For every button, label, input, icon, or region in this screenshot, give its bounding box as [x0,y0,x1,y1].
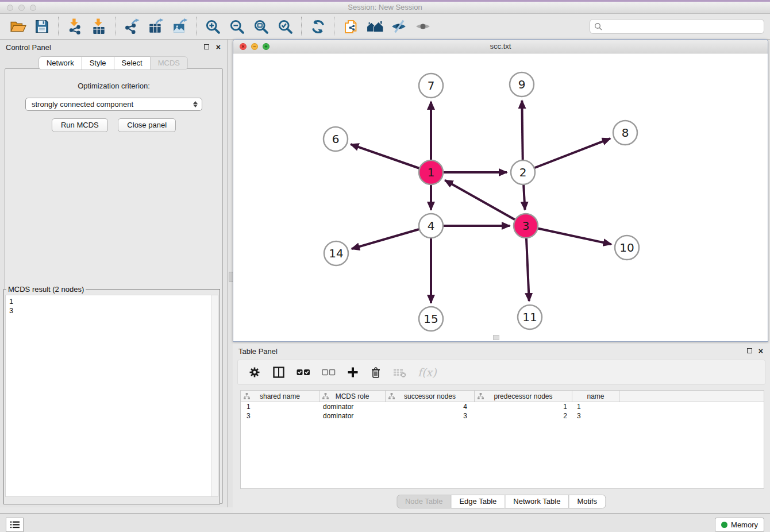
trash-icon [370,366,382,379]
tab-network[interactable]: Network [38,56,82,70]
add-column-button[interactable] [347,367,359,378]
window-close-button[interactable] [7,5,13,11]
run-mcds-button[interactable]: Run MCDS [52,118,108,132]
graph-node-2[interactable]: 2 [511,160,535,184]
close-panel-button[interactable]: Close panel [118,118,176,132]
table-cell[interactable]: 3 [241,411,319,421]
eye-icon [415,20,431,33]
network-window-titlebar[interactable]: × − + scc.txt [233,40,768,53]
close-panel-icon[interactable]: × [216,42,221,52]
graph-node-1[interactable]: 1 [419,160,443,184]
tab-mcds[interactable]: MCDS [150,56,188,70]
column-header-shared-name[interactable]: shared name [241,391,319,402]
graph-node-6[interactable]: 6 [324,127,348,151]
result-scrollbar[interactable] [211,295,218,496]
window-list-button[interactable] [6,518,24,532]
table-cell[interactable]: dominator [319,402,386,411]
network-scrollbar-handle[interactable] [493,335,499,340]
import-table-button[interactable] [87,16,111,37]
tab-node-table[interactable]: Node Table [396,495,452,508]
list-icon [10,521,20,529]
open-file-button[interactable] [6,16,30,37]
search-input[interactable] [605,22,760,32]
graph-edge-2-8[interactable] [523,138,610,172]
column-header-predecessor-nodes[interactable]: predecessor nodes [475,391,572,402]
close-table-panel-icon[interactable]: × [759,346,763,356]
graph-edge-3-1[interactable] [445,180,526,226]
control-panel-header: Control Panel × [0,40,227,55]
criterion-select[interactable]: strongly connected component [25,98,202,111]
tab-motifs[interactable]: Motifs [568,495,606,508]
column-header-mcds-role[interactable]: MCDS role [319,391,386,402]
table-cell[interactable]: 4 [386,402,475,411]
export-image-button[interactable] [168,16,192,37]
node-label: 6 [332,132,340,146]
mcds-result-line: 3 [9,306,218,315]
graph-node-8[interactable]: 8 [613,121,637,145]
attribute-tree-icon [244,393,250,399]
delete-table-icon [393,367,406,377]
select-stepper-icon [191,101,199,107]
zoom-selected-button[interactable] [273,16,297,37]
tab-style[interactable]: Style [82,56,114,70]
table-cell[interactable]: 3 [572,411,619,421]
graph-node-3[interactable]: 3 [514,214,538,238]
network-canvas[interactable]: 7968124314101511 [233,53,768,341]
network-close-button[interactable]: × [240,43,247,50]
table-cell[interactable]: 2 [475,411,572,421]
zoom-out-button[interactable] [225,16,249,37]
graph-node-4[interactable]: 4 [419,214,443,238]
home-layout-button[interactable] [363,16,387,37]
graph-node-7[interactable]: 7 [419,74,443,98]
float-panel-icon[interactable] [204,44,209,49]
window-minimize-button[interactable] [18,5,25,11]
table-cell[interactable]: dominator [319,411,386,421]
table-cell[interactable]: 1 [241,402,319,411]
window-zoom-button[interactable] [30,5,36,11]
save-session-button[interactable] [30,16,54,37]
toolbar-separator [301,17,302,36]
export-table-button[interactable] [144,16,168,37]
network-zoom-button[interactable]: + [263,43,270,50]
table-row[interactable]: 3dominator323 [241,411,764,421]
hide-selected-button[interactable] [387,16,411,37]
search-box[interactable] [590,19,764,34]
deselect-all-button[interactable] [322,369,336,376]
graph-node-14[interactable]: 14 [324,241,348,265]
mcds-result-area[interactable]: 13 [5,295,218,497]
memory-button[interactable]: Memory [715,518,764,532]
gear-button[interactable] [248,366,261,379]
table-cell[interactable]: 1 [572,402,619,411]
network-minimize-button[interactable]: − [251,43,258,50]
zoom-in-button[interactable] [201,16,225,37]
show-columns-button[interactable] [272,366,285,379]
refresh-view-button[interactable] [306,16,330,37]
toolbar-separator [58,17,59,36]
table-panel-header: Table Panel × [233,344,770,359]
tab-network-table[interactable]: Network Table [505,495,569,508]
tab-edge-table[interactable]: Edge Table [451,495,505,508]
export-network-button[interactable] [120,16,144,37]
graph-node-9[interactable]: 9 [510,72,534,97]
column-header-name[interactable]: name [572,391,619,402]
clone-network-icon [343,18,359,35]
table-cell[interactable]: 3 [386,411,475,421]
tab-select[interactable]: Select [114,56,151,70]
graph-node-10[interactable]: 10 [615,236,639,260]
delete-table-button[interactable] [393,367,406,377]
graph-edge-3-10[interactable] [526,226,611,244]
import-network-button[interactable] [63,16,87,37]
function-builder-button[interactable]: f(x) [418,366,437,379]
table-row[interactable]: 1dominator411 [241,402,764,411]
clone-network-button[interactable] [338,16,363,37]
delete-column-button[interactable] [370,366,382,379]
show-all-button[interactable] [411,16,435,37]
graph-node-11[interactable]: 11 [518,305,542,329]
column-header-successor-nodes[interactable]: successor nodes [386,391,475,402]
float-table-panel-icon[interactable] [747,348,752,353]
zoom-fit-button[interactable] [249,16,273,37]
select-all-button[interactable] [297,369,310,376]
table-cell[interactable]: 1 [475,402,572,411]
graph-node-15[interactable]: 15 [419,307,443,331]
column-header-label: name [587,392,604,400]
